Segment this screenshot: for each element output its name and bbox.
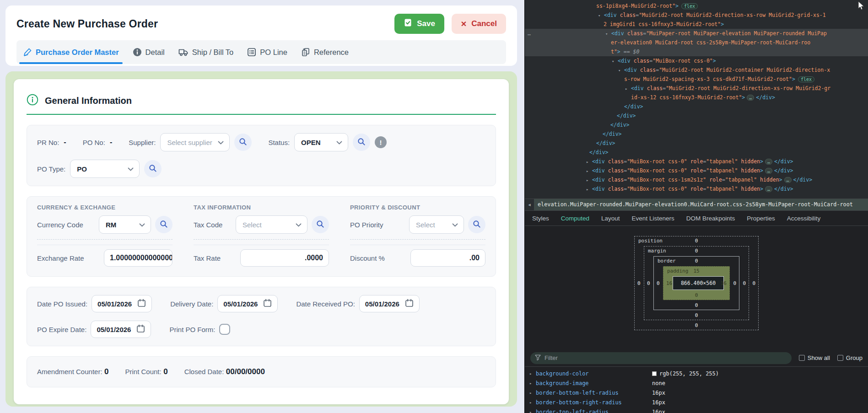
po-type-select[interactable]: PO [70,160,140,178]
po-priority-select[interactable]: Select [409,215,464,234]
computed-property-row[interactable]: ▸ border-top-left-radius 16px [525,407,868,413]
tab-ship-bill-to[interactable]: Ship / Bill To [178,40,234,64]
code-token: "tabpanel" [706,158,738,165]
chevron-down-icon [296,220,302,229]
computed-property-row[interactable]: ▸ background-image none [525,378,868,388]
supplier-search-button[interactable] [234,134,252,151]
currency-code-select[interactable]: RM [99,215,151,234]
date-po-issued-input[interactable]: 05/01/2026 [92,295,152,312]
twisty-icon[interactable]: ▸ [586,176,592,185]
tab-dom-breakpoints[interactable]: DOM Breakpoints [686,215,735,222]
group-checkbox[interactable] [837,355,843,361]
po-type-search-button[interactable] [144,160,162,177]
devtools-tree-row[interactable]: ▸<div class="MuiBox-root css-1sm2s1z" ro… [525,175,868,184]
devtools-tree-row[interactable]: </div> [525,139,868,148]
supplier-select[interactable]: Select supplier [160,133,230,151]
box-model-diagram[interactable]: position 0 0 0 0 margin 0 0 0 0 border 0… [634,236,759,330]
status-search-button[interactable] [353,134,370,151]
supplier-label: Supplier: [129,139,156,146]
tab-computed[interactable]: Computed [561,215,589,222]
breadcrumb-scroll-left-button[interactable]: ◂ [525,199,534,210]
devtools-tree-row[interactable]: t"> == $0 [525,47,868,56]
code-token: "MuiBox-root css-0" [627,158,687,165]
twisty-icon[interactable]: ▾ [612,57,618,66]
calendar-icon[interactable] [263,299,272,309]
save-button[interactable]: Save [394,14,444,34]
cancel-button[interactable]: ✕ Cancel [452,14,506,34]
tab-properties[interactable]: Properties [747,215,775,222]
twisty-icon[interactable]: ▾ [598,11,604,20]
date-received-po-label: Date Received PO: [296,300,355,308]
status-select[interactable]: OPEN [294,133,348,151]
devtools-tree-row[interactable]: …▾<div class="MuiPaper-root MuiPaper-ele… [525,29,868,38]
code-token: … [765,159,772,165]
row-menu-icon[interactable]: … [528,29,531,38]
calendar-icon[interactable] [136,324,145,334]
devtools-tree-row[interactable]: ▾<div class="MuiGrid2-root MuiGrid2-cont… [525,65,868,75]
date-received-po-input[interactable]: 05/01/2026 [359,295,420,312]
tab-accessibility[interactable]: Accessibility [787,215,821,222]
expand-arrow-icon[interactable]: ▸ [529,391,536,395]
computed-property-row[interactable]: ▸ border-bottom-left-radius 16px [525,388,868,397]
code-token: class [617,12,636,18]
po-priority-search-button[interactable] [468,216,485,233]
calendar-icon[interactable] [137,299,146,309]
info-icon [133,48,142,57]
currency-search-button[interactable] [155,216,173,233]
expand-arrow-icon[interactable]: ▸ [529,410,536,413]
computed-property-row[interactable]: ▸ background-color rgb(255, 255, 255) [525,369,868,378]
twisty-icon[interactable]: ▾ [605,29,611,38]
currency-code-label: Currency Code [37,221,83,229]
code-token: class [644,85,663,91]
tax-rate-input[interactable]: .0000 [240,249,329,267]
devtools-elements-tree[interactable]: ss-1pi8xg4-MuiGrid2-root">flex▾<div clas… [525,0,868,198]
devtools-tree-row[interactable]: ▸<div class="MuiBox-root css-0" role="ta… [525,157,868,166]
delivery-date-input[interactable]: 05/01/2026 [217,295,278,312]
devtools-tree-row[interactable]: </div> [525,111,868,120]
twisty-icon[interactable]: ▸ [625,84,631,93]
tax-code-search-button[interactable] [312,216,329,233]
tab-event-listeners[interactable]: Event Listeners [632,215,674,222]
tax-code-select[interactable]: Select [236,215,307,234]
tab-layout[interactable]: Layout [601,215,620,222]
code-token: <div [631,85,644,91]
devtools-tree-row[interactable]: </div> [525,120,868,129]
twisty-icon[interactable]: ▸ [586,166,592,176]
devtools-tree-row[interactable]: ▾<div class="MuiGrid2-root MuiGrid2-dire… [525,11,868,20]
breadcrumb[interactable]: elevation.MuiPaper-rounded.MuiPaper-elev… [534,199,868,210]
expand-arrow-icon[interactable]: ▸ [529,371,536,376]
filter-input[interactable]: Filter [530,352,792,364]
devtools-tree-row[interactable]: </div> [525,129,868,139]
devtools-tree-row[interactable]: ▾<div class="MuiBox-root css-0"> [525,56,868,65]
devtools-tree-row[interactable]: ▸<div class="MuiBox-root css-0" role="ta… [525,166,868,175]
devtools-tree-row[interactable]: 2 imgGird1 css-16fnxy3-MuiGrid2-root"> [525,20,868,29]
devtools-tree-row[interactable]: ss-1pi8xg4-MuiGrid2-root">flex [525,1,868,11]
devtools-tree-row[interactable]: </div> [525,148,868,157]
tab-purchase-order-master[interactable]: Purchase Order Master [23,40,119,64]
print-po-form-checkbox[interactable] [219,324,230,335]
expand-arrow-icon[interactable]: ▸ [529,400,536,405]
tab-reference[interactable]: Reference [301,40,349,64]
devtools-tree-row[interactable]: s-row MuiGrid2-spacing-xs-3 css-dkd71f-M… [525,75,868,84]
expand-arrow-icon[interactable]: ▸ [529,381,536,386]
code-token: hidden [738,186,760,192]
devtools-tree-row[interactable]: er-elevation0 MuiCard-root css-2s58ym-Mu… [525,38,868,47]
devtools-tree-row[interactable]: </div> [525,102,868,111]
calendar-icon[interactable] [405,299,414,309]
devtools-tree-row[interactable]: id-xs-12 css-16fnxy3-MuiGrid2-root">…</d… [525,93,868,102]
twisty-icon[interactable]: ▾ [618,66,624,75]
color-swatch[interactable] [652,371,657,376]
tab-po-line[interactable]: PO Line [247,40,287,64]
po-expire-date-input[interactable]: 05/01/2026 [91,321,151,338]
computed-property-row[interactable]: ▸ border-bottom-right-radius 16px [525,397,868,407]
twisty-icon[interactable]: ▸ [586,157,592,166]
devtools-tree-row[interactable]: ▸<div class="MuiGrid2-root MuiGrid2-dire… [525,84,868,93]
tab-detail[interactable]: Detail [133,40,165,64]
tab-styles[interactable]: Styles [532,215,549,222]
show-all-checkbox[interactable] [799,355,805,361]
chevron-down-icon [128,165,134,173]
discount-input[interactable]: .00 [410,249,485,267]
twisty-icon[interactable]: ▸ [586,185,592,194]
exchange-rate-input[interactable]: 1.000000000000000 [104,249,173,267]
devtools-tree-row[interactable]: ▸<div class="MuiBox-root css-0" role="ta… [525,184,868,193]
